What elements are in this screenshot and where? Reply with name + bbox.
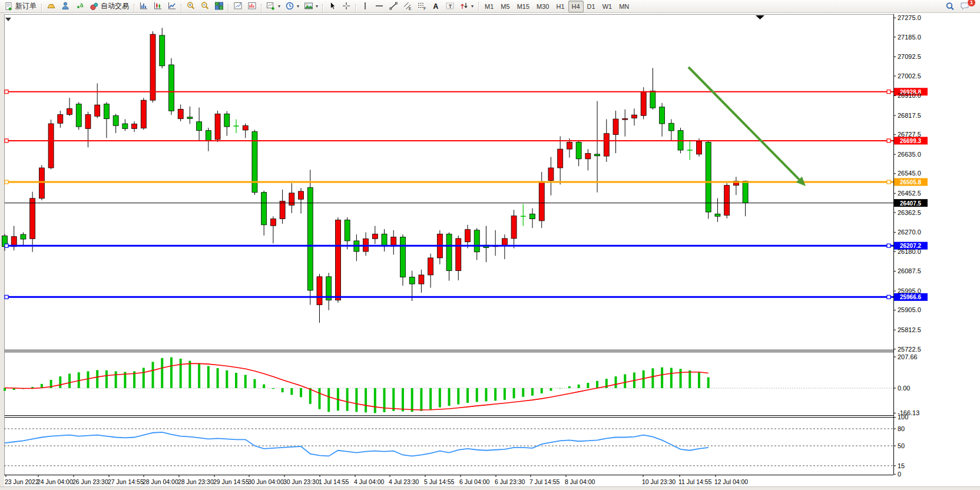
text-button[interactable]: A <box>429 0 443 12</box>
timeframe-m15-button[interactable]: M15 <box>514 1 533 12</box>
template-button[interactable]: ▾ <box>302 0 320 12</box>
search-icon <box>945 2 955 11</box>
svg-text:0.00: 0.00 <box>898 385 910 392</box>
periods-button[interactable]: ▾ <box>283 0 302 12</box>
new-chart-icon <box>247 1 257 11</box>
main-toolbar: 新订单 自动交易 ▾▾▾EFAT▾ M1M5M15M30H1H4D1W1MN 1 <box>0 0 980 13</box>
auto-trading-icon <box>90 2 99 11</box>
new-order-button[interactable]: 新订单 <box>2 1 39 12</box>
crosshair-icon <box>342 1 351 11</box>
signal-button[interactable] <box>72 0 87 12</box>
profile-icon <box>61 1 70 11</box>
toolbar-grip <box>134 4 135 12</box>
svg-text:26545.0: 26545.0 <box>898 170 921 177</box>
auto-trading-button[interactable]: 自动交易 <box>87 1 131 12</box>
svg-text:25905.0: 25905.0 <box>898 306 921 313</box>
svg-text:6 Jul 23:30: 6 Jul 23:30 <box>495 478 525 485</box>
svg-text:26505.8: 26505.8 <box>900 179 922 186</box>
svg-text:28 Jun 23:30: 28 Jun 23:30 <box>178 478 214 485</box>
timeframe-mn-button[interactable]: MN <box>615 1 633 12</box>
add-indicator-button[interactable]: ▾ <box>264 0 283 12</box>
channel-button[interactable]: E <box>400 0 415 12</box>
chart-background <box>0 13 980 490</box>
toolbar-grip <box>228 4 229 12</box>
svg-text:A: A <box>433 2 439 11</box>
text-label-button[interactable]: T <box>443 0 457 12</box>
svg-text:26087.5: 26087.5 <box>898 267 921 274</box>
svg-text:26 Jun 23:30: 26 Jun 23:30 <box>72 478 108 485</box>
timeframe-w1-button[interactable]: W1 <box>599 1 616 12</box>
svg-text:23 Jun 2022: 23 Jun 2022 <box>5 478 39 485</box>
line-chart-button[interactable] <box>165 0 179 12</box>
svg-text:25722.5: 25722.5 <box>898 346 921 353</box>
bar-chart-button[interactable] <box>137 0 151 12</box>
ingot-button[interactable] <box>44 0 58 12</box>
crosshair-button[interactable] <box>339 0 353 12</box>
svg-text:26727.5: 26727.5 <box>898 131 921 138</box>
message-count-badge: 1 <box>967 0 976 7</box>
search-button[interactable] <box>943 1 957 12</box>
zoom-out-button[interactable] <box>198 0 212 12</box>
timeframe-h1-button[interactable]: H1 <box>552 1 568 12</box>
new-order-label: 新订单 <box>15 1 37 11</box>
svg-text:0: 0 <box>898 471 901 478</box>
timeframe-m1-button[interactable]: M1 <box>481 1 497 12</box>
new-order-icon <box>4 2 14 11</box>
timeframe-m5-button[interactable]: M5 <box>497 1 513 12</box>
timeframe-h4-button[interactable]: H4 <box>568 1 584 12</box>
template-icon <box>304 1 313 11</box>
vertical-line-button[interactable] <box>358 0 372 12</box>
arrows-icon <box>459 1 469 11</box>
tile-windows-button[interactable] <box>212 0 226 12</box>
toolbar-grip <box>41 4 42 12</box>
dropdown-caret-icon: ▾ <box>278 4 280 9</box>
text-label-icon: T <box>445 1 455 11</box>
svg-text:27185.0: 27185.0 <box>898 34 921 41</box>
horizontal-line-button[interactable] <box>372 0 386 12</box>
candle-chart-button[interactable] <box>151 0 165 12</box>
bar-chart-icon <box>139 1 148 11</box>
channel-icon: E <box>403 1 412 11</box>
fibonacci-button[interactable]: F <box>415 0 429 12</box>
svg-text:F: F <box>423 6 426 11</box>
svg-text:27092.5: 27092.5 <box>898 53 921 60</box>
fibonacci-icon: F <box>417 1 426 11</box>
candle-chart-icon <box>153 1 163 11</box>
svg-text:15: 15 <box>898 462 905 469</box>
svg-text:26635.0: 26635.0 <box>898 151 921 158</box>
svg-text:30 Jun 04:00: 30 Jun 04:00 <box>248 478 284 485</box>
svg-text:27275.0: 27275.0 <box>898 14 921 21</box>
tile-windows-icon <box>214 1 224 11</box>
svg-text:26270.0: 26270.0 <box>898 229 921 236</box>
trend-line-button[interactable] <box>386 0 400 12</box>
cursor-button[interactable] <box>325 0 339 12</box>
timeframe-d1-button[interactable]: D1 <box>584 1 599 12</box>
svg-text:30 Jun 23:30: 30 Jun 23:30 <box>283 478 319 485</box>
dropdown-caret-icon: ▾ <box>316 4 318 9</box>
svg-text:50: 50 <box>898 442 905 449</box>
trend-line-icon <box>389 1 398 11</box>
svg-text:E: E <box>409 6 412 11</box>
indicator-list-button[interactable] <box>231 0 245 12</box>
svg-text:25995.0: 25995.0 <box>898 287 921 294</box>
svg-text:26817.5: 26817.5 <box>898 112 921 119</box>
cursor-icon <box>327 1 337 11</box>
ingot-icon <box>47 1 56 11</box>
text-icon: A <box>431 1 441 11</box>
svg-text:26452.5: 26452.5 <box>898 190 921 197</box>
timeframe-m30-button[interactable]: M30 <box>533 1 552 12</box>
svg-text:28 Jun 04:00: 28 Jun 04:00 <box>143 478 178 485</box>
svg-text:207.66: 207.66 <box>898 353 918 360</box>
horizontal-line-icon <box>375 1 384 11</box>
profile-button[interactable] <box>58 0 72 12</box>
line-chart-icon <box>167 1 177 11</box>
chart-canvas[interactable]: JPN225-,H4 26510.0 26512.5 26345.0 26407… <box>0 0 980 490</box>
svg-text:100: 100 <box>898 413 908 421</box>
vertical-line-icon <box>360 1 370 11</box>
add-indicator-icon <box>266 1 276 11</box>
new-chart-button[interactable] <box>245 0 259 12</box>
svg-text:1 Jul 14:55: 1 Jul 14:55 <box>319 478 349 485</box>
zoom-in-button[interactable] <box>184 0 198 12</box>
signal-icon <box>75 1 84 11</box>
arrows-button[interactable]: ▾ <box>457 0 476 12</box>
